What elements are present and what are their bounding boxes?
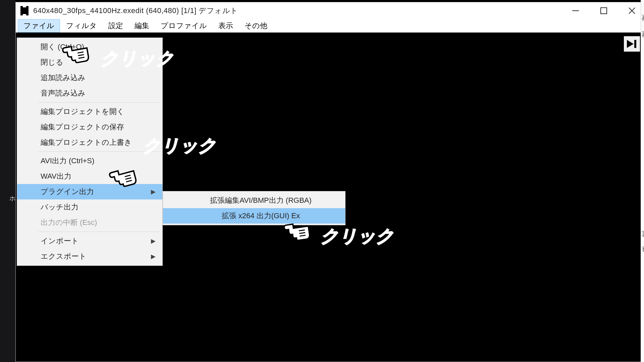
menu-edit[interactable]: 編集 <box>129 19 155 33</box>
submenu-item-avi-bmp[interactable]: 拡張編集AVI/BMP出力 (RGBA) <box>163 193 345 208</box>
annotation-click-1: クリック <box>101 47 174 70</box>
menu-item-label: エクスポート <box>41 251 87 261</box>
submenu-item-x264[interactable]: 拡張 x264 出力(GUI) Ex <box>163 208 345 224</box>
menu-item-export[interactable]: エクスポート ▶ <box>17 249 162 264</box>
bg-char: ホ <box>9 194 15 202</box>
app-icon <box>20 6 29 15</box>
menu-item-batch-output[interactable]: バッチ出力 <box>17 199 162 215</box>
submenu-arrow-icon: ▶ <box>151 188 156 195</box>
plugin-output-submenu: 拡張編集AVI/BMP出力 (RGBA) 拡張 x264 出力(GUI) Ex <box>163 191 345 225</box>
background-left-strip: ホ <box>0 0 15 274</box>
file-menu-dropdown: 開く (Ctrl+O) 閉じる 追加読み込み 音声読み込み 編集プロジェクトを開… <box>17 38 163 266</box>
menu-item-avi-output[interactable]: AVI出力 (Ctrl+S) <box>17 153 162 169</box>
menu-view[interactable]: 表示 <box>213 19 238 33</box>
menu-separator <box>38 102 160 103</box>
menu-separator <box>38 232 160 232</box>
menu-item-cancel-output: 出力の中断 (Esc) <box>17 215 162 230</box>
menu-item-import[interactable]: インポート ▶ <box>17 233 162 249</box>
menu-item-wav-output[interactable]: WAV出力 <box>17 169 162 184</box>
menu-item-label: インポート <box>41 236 79 246</box>
menubar: ファイル フィルタ 設定 編集 プロファイル 表示 その他 <box>16 19 515 33</box>
menu-item-audio-load[interactable]: 音声読み込み <box>17 85 162 101</box>
menu-item-project-save[interactable]: 編集プロジェクトの保存 <box>17 119 162 135</box>
menu-profile[interactable]: プロファイル <box>155 19 212 33</box>
pointing-hand-icon <box>277 212 314 245</box>
annotation-click-3: クリック <box>321 225 394 248</box>
menu-file[interactable]: ファイル <box>18 19 60 33</box>
pointing-hand-icon <box>55 34 93 68</box>
menu-item-label: プラグイン出力 <box>41 187 94 197</box>
submenu-arrow-icon: ▶ <box>151 253 156 260</box>
menu-item-plugin-output[interactable]: プラグイン出力 ▶ <box>17 184 162 199</box>
menu-filter[interactable]: フィルタ <box>61 19 102 33</box>
submenu-arrow-icon: ▶ <box>151 237 156 245</box>
menu-item-append[interactable]: 追加読み込み <box>17 70 162 85</box>
menu-item-project-overwrite[interactable]: 編集プロジェクトの上書き <box>17 135 162 150</box>
menu-item-project-open[interactable]: 編集プロジェクトを開く <box>17 104 162 119</box>
annotation-click-2: クリック <box>143 134 217 158</box>
menu-other[interactable]: その他 <box>239 19 273 33</box>
window-title: 640x480_30fps_44100Hz.exedit (640,480) [… <box>33 6 238 16</box>
titlebar[interactable]: 640x480_30fps_44100Hz.exedit (640,480) [… <box>16 2 515 19</box>
menu-separator <box>38 152 160 152</box>
menu-settings[interactable]: 設定 <box>103 19 128 33</box>
